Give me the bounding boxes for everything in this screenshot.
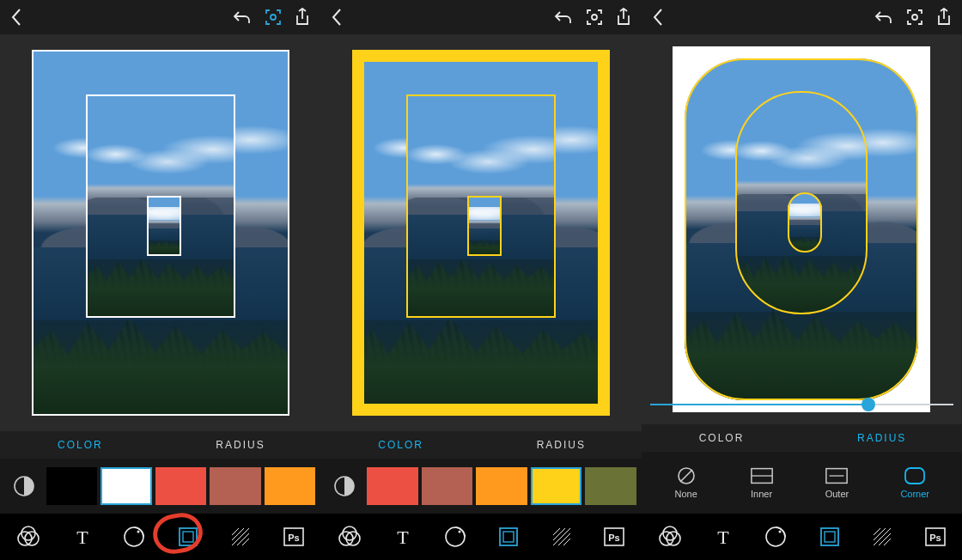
svg-line-13 bbox=[237, 533, 249, 545]
swatch-brown[interactable] bbox=[422, 467, 472, 505]
stickers-icon[interactable] bbox=[123, 526, 145, 548]
tab-color[interactable]: COLOR bbox=[0, 439, 161, 451]
top-bar bbox=[0, 0, 320, 34]
radius-slider[interactable] bbox=[650, 392, 953, 417]
filters-icon[interactable] bbox=[337, 526, 362, 548]
swatch-white[interactable] bbox=[100, 467, 151, 505]
photo-layer-inner bbox=[467, 196, 502, 256]
undo-icon[interactable] bbox=[233, 9, 252, 25]
texture-icon[interactable] bbox=[230, 527, 251, 547]
svg-text:T: T bbox=[397, 527, 409, 547]
svg-line-27 bbox=[553, 528, 570, 545]
undo-icon[interactable] bbox=[554, 9, 573, 25]
svg-point-17 bbox=[592, 15, 597, 20]
swatch-orange[interactable] bbox=[476, 467, 527, 505]
share-icon[interactable] bbox=[295, 8, 310, 27]
svg-point-7 bbox=[137, 531, 140, 533]
svg-text:Ps: Ps bbox=[609, 533, 620, 543]
frame-inner bbox=[147, 196, 181, 256]
tab-radius[interactable]: RADIUS bbox=[161, 439, 321, 451]
text-icon[interactable]: T bbox=[714, 527, 733, 547]
texture-icon[interactable] bbox=[872, 527, 892, 547]
svg-point-34 bbox=[912, 15, 917, 20]
swatch-orange[interactable] bbox=[265, 467, 315, 505]
frame-inner bbox=[467, 196, 502, 256]
frame-tabs: COLOR RADIUS bbox=[642, 424, 962, 452]
radius-options: None Inner Outer Corner bbox=[642, 452, 962, 514]
stickers-icon[interactable] bbox=[444, 526, 466, 548]
bottom-toolbar: T Ps bbox=[320, 514, 641, 560]
scan-icon[interactable] bbox=[905, 8, 924, 27]
editor-panel-c: COLOR RADIUS None Inner Outer Corner bbox=[642, 0, 962, 560]
swatch-red[interactable] bbox=[367, 467, 417, 505]
text-icon[interactable]: T bbox=[73, 527, 92, 547]
swatch-brown[interactable] bbox=[210, 467, 260, 505]
svg-text:T: T bbox=[718, 527, 730, 547]
stickers-icon[interactable] bbox=[764, 526, 787, 548]
scan-icon[interactable] bbox=[264, 8, 283, 27]
svg-rect-9 bbox=[183, 532, 193, 542]
top-bar bbox=[320, 0, 641, 34]
svg-text:T: T bbox=[76, 527, 88, 547]
svg-line-50 bbox=[874, 528, 891, 545]
share-icon[interactable] bbox=[616, 8, 631, 27]
undo-icon[interactable] bbox=[874, 9, 893, 25]
svg-point-47 bbox=[779, 531, 782, 533]
swatch-yellow[interactable] bbox=[531, 467, 581, 505]
back-icon[interactable] bbox=[331, 8, 343, 27]
slider-fill bbox=[650, 404, 868, 405]
radius-inner[interactable]: Inner bbox=[750, 466, 774, 499]
radius-corner[interactable]: Corner bbox=[900, 466, 929, 499]
frame-tool-icon[interactable] bbox=[177, 526, 199, 548]
radius-inner-label: Inner bbox=[751, 489, 772, 499]
frame-tool-icon[interactable] bbox=[497, 526, 520, 548]
svg-rect-26 bbox=[503, 532, 514, 542]
frame-tool-icon[interactable] bbox=[819, 526, 841, 548]
filters-icon[interactable] bbox=[657, 526, 683, 548]
tab-color[interactable]: COLOR bbox=[642, 432, 802, 444]
scan-icon[interactable] bbox=[585, 8, 604, 27]
svg-line-53 bbox=[879, 533, 891, 545]
editor-panel-a: COLOR RADIUS T bbox=[0, 0, 320, 560]
top-bar bbox=[642, 0, 962, 34]
svg-line-10 bbox=[232, 528, 249, 545]
tab-color[interactable]: COLOR bbox=[320, 439, 481, 451]
radius-outer[interactable]: Outer bbox=[825, 466, 849, 499]
frame-tabs: COLOR RADIUS bbox=[320, 431, 641, 459]
tab-radius[interactable]: RADIUS bbox=[801, 432, 962, 444]
filters-icon[interactable] bbox=[15, 526, 41, 548]
svg-rect-25 bbox=[500, 528, 517, 545]
tab-radius[interactable]: RADIUS bbox=[481, 439, 642, 451]
canvas[interactable] bbox=[320, 34, 641, 431]
photoshop-icon[interactable]: Ps bbox=[924, 527, 947, 547]
canvas[interactable] bbox=[642, 34, 962, 424]
swatch-black[interactable] bbox=[46, 467, 97, 505]
share-icon[interactable] bbox=[936, 8, 952, 27]
swatch-red[interactable] bbox=[155, 467, 206, 505]
back-icon[interactable] bbox=[652, 8, 664, 27]
radius-outer-label: Outer bbox=[825, 489, 849, 499]
radius-none[interactable]: None bbox=[674, 466, 698, 499]
svg-text:Ps: Ps bbox=[929, 533, 941, 543]
color-swatch-row bbox=[320, 459, 641, 514]
text-icon[interactable]: T bbox=[393, 527, 412, 547]
frame-inner-rounded bbox=[788, 192, 822, 253]
contrast-icon[interactable] bbox=[326, 467, 363, 505]
swatch-olive[interactable] bbox=[585, 467, 636, 505]
svg-point-0 bbox=[271, 15, 276, 20]
svg-rect-8 bbox=[180, 528, 197, 545]
svg-line-11 bbox=[232, 528, 244, 540]
color-swatch-row bbox=[0, 459, 320, 514]
svg-text:Ps: Ps bbox=[288, 533, 299, 543]
radius-corner-label: Corner bbox=[900, 489, 929, 499]
svg-line-51 bbox=[874, 528, 886, 540]
svg-point-24 bbox=[458, 531, 460, 533]
back-icon[interactable] bbox=[10, 8, 22, 27]
photoshop-icon[interactable]: Ps bbox=[283, 527, 305, 547]
contrast-icon[interactable] bbox=[5, 467, 43, 505]
canvas[interactable] bbox=[0, 34, 320, 431]
texture-icon[interactable] bbox=[551, 527, 572, 547]
bottom-toolbar: T Ps bbox=[0, 514, 320, 560]
slider-thumb[interactable] bbox=[862, 398, 875, 411]
photoshop-icon[interactable]: Ps bbox=[603, 527, 625, 547]
